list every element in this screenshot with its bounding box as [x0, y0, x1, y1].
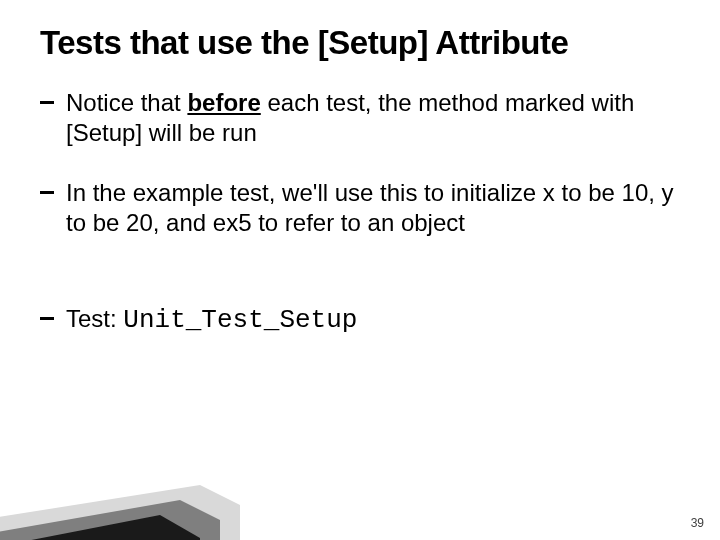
bullet-3-code: Unit_Test_Setup — [123, 305, 357, 335]
bullet-list: Notice that before each test, the method… — [40, 88, 680, 337]
svg-marker-1 — [0, 500, 220, 540]
corner-decor-icon — [0, 450, 240, 540]
bullet-3: Test: Unit_Test_Setup — [40, 304, 680, 337]
bullet-1: Notice that before each test, the method… — [40, 88, 680, 148]
bullet-1-strong: before — [187, 89, 260, 116]
bullet-1-pre: Notice that — [66, 89, 187, 116]
svg-marker-0 — [0, 485, 240, 540]
bullet-3-label: Test: — [66, 305, 123, 332]
page-number: 39 — [691, 516, 704, 530]
slide: Tests that use the [Setup] Attribute Not… — [0, 0, 720, 540]
slide-title: Tests that use the [Setup] Attribute — [40, 24, 680, 62]
bullet-2: In the example test, we'll use this to i… — [40, 178, 680, 238]
svg-marker-2 — [0, 515, 200, 540]
